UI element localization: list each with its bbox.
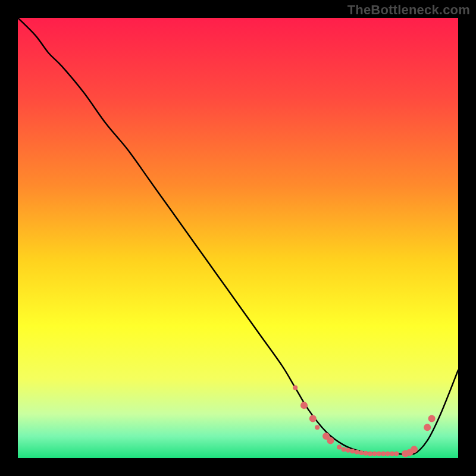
marker-dot bbox=[315, 425, 320, 430]
marker-dot bbox=[368, 452, 372, 456]
bottleneck-curve bbox=[18, 18, 458, 455]
curve-layer bbox=[18, 18, 458, 458]
marker-dot bbox=[428, 415, 436, 422]
marker-dot bbox=[342, 447, 346, 452]
marker-dot bbox=[346, 448, 350, 453]
watermark-label: TheBottleneck.com bbox=[347, 2, 470, 18]
marker-dot bbox=[381, 452, 386, 456]
marker-dot bbox=[372, 452, 377, 456]
marker-dot bbox=[364, 451, 368, 456]
marker-dot bbox=[337, 445, 342, 450]
marker-dot bbox=[355, 450, 359, 455]
marker-dot bbox=[377, 452, 381, 456]
marker-dot bbox=[394, 452, 399, 456]
highlight-dots bbox=[293, 386, 435, 458]
marker-dot bbox=[390, 452, 394, 456]
marker-dot bbox=[309, 415, 317, 422]
marker-dot bbox=[327, 437, 334, 444]
marker-dot bbox=[300, 402, 308, 409]
marker-dot bbox=[424, 424, 431, 431]
marker-dot bbox=[386, 452, 390, 456]
marker-dot bbox=[350, 449, 355, 453]
marker-dot bbox=[411, 446, 418, 453]
marker-dot bbox=[359, 450, 364, 455]
plot-area bbox=[18, 18, 458, 458]
marker-dot bbox=[293, 386, 298, 390]
chart-frame: TheBottleneck.com bbox=[0, 0, 476, 476]
